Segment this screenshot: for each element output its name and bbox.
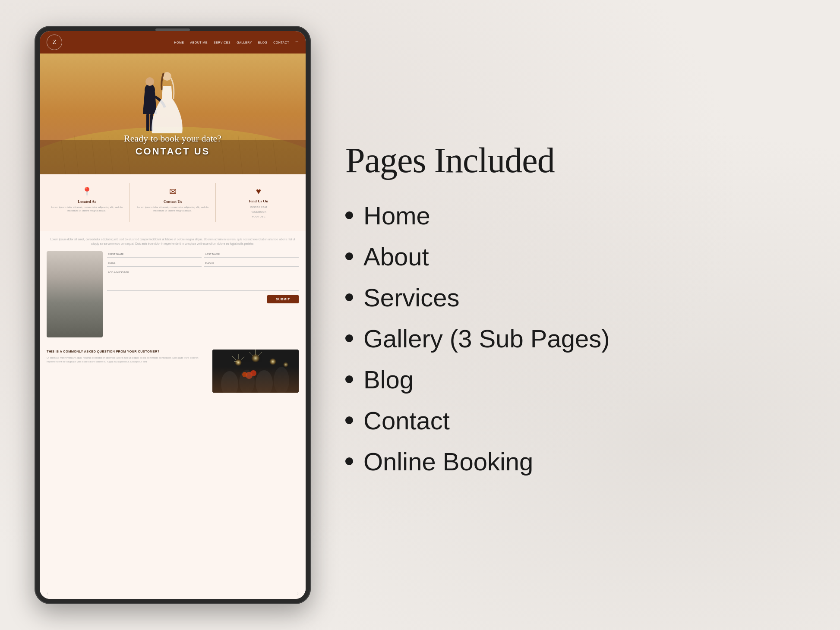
nav-about[interactable]: ABOUT ME [190,41,207,44]
faq-answer: Ut enim ad minim veniam, quis nostrud ex… [47,356,208,364]
contact-title: Contact Us [135,199,210,204]
bullet-home [345,211,353,219]
nav-blog[interactable]: BLOG [258,41,267,44]
list-item-services: Services [345,283,805,312]
list-item-home: Home [345,201,805,230]
page-services: Services [363,283,459,312]
list-item-blog: Blog [345,365,805,394]
page-about: About [363,242,429,271]
form-fields: SUBMIT [107,251,299,337]
email-icon: ✉ [135,186,210,197]
form-row-contact [107,260,299,267]
bullet-gallery [345,334,353,342]
contact-description: Lorem ipsum dolor sit amet, consectetur … [47,237,299,246]
list-item-about: About [345,242,805,271]
form-photo [47,251,103,337]
bullet-blog [345,375,353,383]
info-card-contact: ✉ Contact Us Lorem ipsum dolor sit amet,… [130,183,216,222]
faq-celebration-image [212,350,299,393]
last-name-input[interactable] [204,251,299,258]
page-booking: Online Booking [363,447,533,476]
right-panel: Pages Included Home About Services Galle… [311,142,805,488]
page-home: Home [363,201,430,230]
youtube-link[interactable]: YOUTUBE [221,214,296,219]
page-contact: Contact [363,406,450,435]
nav-gallery[interactable]: GALLERY [237,41,252,44]
svg-rect-13 [146,114,149,131]
social-title: Find Us On [221,199,296,203]
bride-photo [47,251,103,337]
info-card-social: ♥ Find Us On INSTAGRAM FACEBOOK YOUTUBE [216,183,301,222]
prev-arrow[interactable]: ‹ [47,590,48,596]
nav-contact[interactable]: CONTACT [273,41,289,44]
list-item-gallery: Gallery (3 Sub Pages) [345,324,805,353]
contact-text: Lorem ipsum dolor sit amet, consectetur … [135,205,210,213]
pages-list: Home About Services Gallery (3 Sub Pages… [345,201,805,476]
phone-input[interactable] [204,260,299,267]
bullet-contact [345,416,353,424]
hero-script-text: Ready to book your date? [40,133,306,144]
info-card-location: 📍 Located At Lorem ipsum dolor sit amet,… [44,183,130,222]
nav-services[interactable]: SERVICES [214,41,231,44]
hero-overlay: Ready to book your date? CONTACT US [40,133,306,157]
faq-image-overlay [212,367,299,393]
svg-point-22 [235,359,242,366]
faq-question: THIS IS A COMMONLY ASKED QUESTION FROM Y… [47,350,208,353]
submit-button[interactable]: SUBMIT [267,295,299,303]
svg-point-24 [269,358,276,365]
page-gallery: Gallery (3 Sub Pages) [363,324,610,353]
tablet-camera [155,28,190,31]
info-cards-section: 📍 Located At Lorem ipsum dolor sit amet,… [40,174,306,231]
message-input[interactable] [107,269,299,291]
tablet-screen: Z HOME ABOUT ME SERVICES GALLERY BLOG CO… [40,31,306,599]
navbar-logo: Z [47,35,62,50]
list-item-booking: Online Booking [345,447,805,476]
contact-form-section: Lorem ipsum dolor sit amet, consectetur … [40,231,306,343]
hero-section: Ready to book your date? CONTACT US [40,54,306,174]
hamburger-icon[interactable]: ≡ [295,39,299,46]
svg-point-12 [145,77,154,86]
navbar-links: HOME ABOUT ME SERVICES GALLERY BLOG CONT… [174,39,299,46]
location-title: Located At [49,199,124,204]
social-links: INSTAGRAM FACEBOOK YOUTUBE [221,205,296,219]
faq-section: THIS IS A COMMONLY ASKED QUESTION FROM Y… [40,343,306,587]
navbar: Z HOME ABOUT ME SERVICES GALLERY BLOG CO… [40,31,306,54]
pages-title: Pages Included [345,142,805,179]
location-icon: 📍 [49,186,124,197]
email-input[interactable] [107,260,202,267]
first-name-input[interactable] [107,251,202,258]
nav-arrows: ‹ › [40,587,306,599]
bullet-services [345,293,353,301]
next-arrow[interactable]: › [297,590,299,596]
form-with-photo: SUBMIT [47,251,299,337]
tablet-device: Z HOME ABOUT ME SERVICES GALLERY BLOG CO… [35,26,311,604]
heart-icon: ♥ [221,186,296,196]
instagram-link[interactable]: INSTAGRAM [221,205,296,210]
faq-content: THIS IS A COMMONLY ASKED QUESTION FROM Y… [47,350,208,581]
hero-title: CONTACT US [40,146,306,157]
facebook-link[interactable]: FACEBOOK [221,210,296,214]
location-text: Lorem ipsum dolor sit amet, consectetur … [49,205,124,213]
pages-title-text: Pages Included [345,141,555,180]
nav-home[interactable]: HOME [174,41,184,44]
form-row-name [107,251,299,258]
bullet-booking [345,457,353,465]
page-blog: Blog [363,365,414,394]
bullet-about [345,252,353,260]
list-item-contact: Contact [345,406,805,435]
